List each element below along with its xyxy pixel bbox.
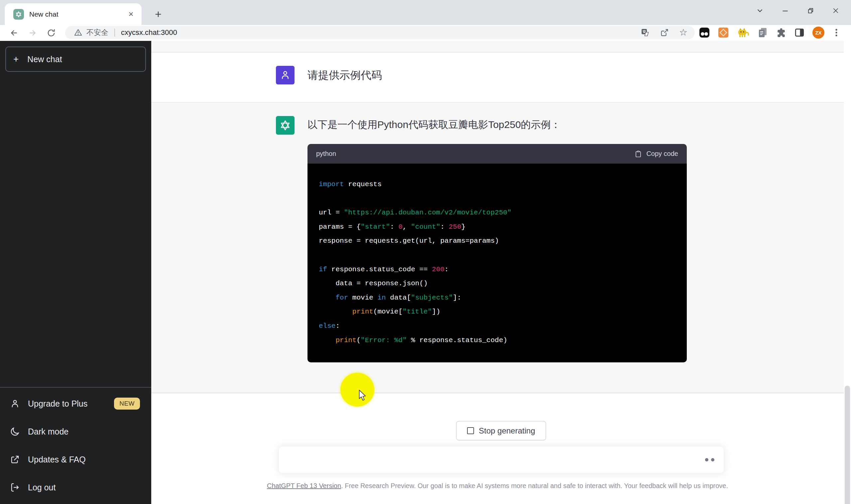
orange-extension-icon[interactable] [718, 27, 729, 38]
bookmark-star-icon[interactable]: ☆ [679, 28, 687, 37]
scrollbar-thumb[interactable] [845, 386, 850, 504]
sidebar-item-label: Log out [28, 483, 55, 492]
new-chat-button[interactable]: + New chat [5, 47, 146, 72]
address-bar[interactable]: 不安全 cxycsx.chat:3000 ☆ [65, 26, 695, 39]
url-text: cxycsx.chat:3000 [121, 28, 177, 37]
extensions-puzzle-icon[interactable] [776, 27, 786, 38]
tab-strip: New chat × + [0, 0, 851, 25]
close-window-button[interactable] [823, 1, 848, 20]
moon-icon [9, 426, 21, 437]
prompt-input[interactable] [278, 446, 724, 473]
previous-message-band [151, 41, 844, 53]
back-icon[interactable] [5, 25, 23, 40]
person-icon [9, 398, 21, 409]
user-avatar [276, 66, 294, 85]
footer-text: . Free Research Preview. Our goal is to … [341, 482, 728, 489]
sidebar-item-label: Dark mode [28, 427, 69, 436]
code-block-header: python Copy code [307, 144, 687, 164]
stop-generating-label: Stop generating [479, 426, 535, 435]
chat-area: 请提供示例代码 以下是一个使用Python代码获取豆瓣电影Top250的示例： … [151, 41, 851, 504]
copy-code-button[interactable]: Copy code [634, 150, 678, 158]
tab-title: New chat [29, 10, 125, 18]
click-highlight-circle [340, 373, 374, 407]
browser-tab[interactable]: New chat × [5, 3, 142, 25]
mouse-cursor-icon [357, 390, 368, 402]
sidebar-bottom-menu: Upgrade to Plus NEW Dark mode Updates & … [0, 387, 151, 503]
tampermonkey-cat-icon[interactable] [737, 27, 749, 38]
security-label: 不安全 [87, 28, 108, 38]
browser-toolbar: 不安全 cxycsx.chat:3000 ☆ [0, 25, 851, 41]
extensions-area: ZX [699, 25, 841, 40]
tab-search-chevron-icon[interactable] [747, 1, 773, 20]
external-link-icon [9, 454, 21, 465]
typing-indicator-icon [705, 458, 714, 462]
minimize-button[interactable] [773, 1, 798, 20]
code-language-label: python [316, 150, 336, 158]
sidebar-item-label: Upgrade to Plus [28, 399, 87, 409]
kebab-menu-icon[interactable] [832, 28, 841, 38]
notes-extension-icon[interactable] [757, 27, 768, 38]
chatgpt-favicon-icon [13, 9, 24, 20]
footer-disclaimer: ChatGPT Feb 13 Version. Free Research Pr… [151, 482, 844, 490]
restore-button[interactable] [798, 1, 823, 20]
address-separator [114, 29, 115, 37]
sidebar: + New chat Upgrade to Plus NEW Da [0, 41, 151, 504]
translate-icon[interactable] [640, 28, 650, 37]
assistant-avatar [276, 116, 294, 134]
sidebar-item-updates-faq[interactable]: Updates & FAQ [0, 446, 151, 473]
reload-icon[interactable] [42, 25, 60, 40]
window-controls [747, 1, 848, 20]
version-link[interactable]: ChatGPT Feb 13 Version [267, 482, 341, 489]
forward-icon [24, 25, 41, 40]
plus-icon: + [13, 54, 19, 65]
new-chat-label: New chat [27, 55, 62, 64]
assistant-message-row: 以下是一个使用Python代码获取豆瓣电影Top250的示例： python C… [151, 102, 844, 393]
stop-generating-button[interactable]: Stop generating [456, 421, 546, 440]
sidebar-item-label: Updates & FAQ [28, 455, 86, 465]
tab-close-icon[interactable]: × [125, 8, 137, 20]
share-icon[interactable] [660, 28, 669, 37]
sidebar-item-dark-mode[interactable]: Dark mode [0, 417, 151, 446]
mask-extension-icon[interactable] [699, 27, 710, 38]
user-message-text: 请提供示例代码 [307, 68, 382, 83]
sidebar-item-log-out[interactable]: Log out [0, 473, 151, 501]
copy-code-label: Copy code [646, 150, 678, 158]
sidebar-item-upgrade[interactable]: Upgrade to Plus NEW [0, 390, 151, 417]
logout-icon [9, 482, 21, 493]
code-content: import requests url = "https://api.douba… [307, 164, 687, 362]
clipboard-icon [634, 150, 642, 158]
code-block: python Copy code import requests url = "… [307, 144, 687, 362]
browser-window: New chat × + [0, 0, 851, 504]
side-panel-toggle-icon[interactable] [794, 27, 805, 38]
stop-square-icon [467, 427, 474, 434]
new-tab-button[interactable]: + [150, 6, 166, 22]
user-message-row: 请提供示例代码 [151, 53, 844, 102]
new-badge: NEW [114, 398, 140, 410]
assistant-message-text: 以下是一个使用Python代码获取豆瓣电影Top250的示例： [307, 118, 561, 132]
site-warning-icon[interactable] [74, 28, 83, 37]
profile-avatar[interactable]: ZX [812, 26, 825, 39]
